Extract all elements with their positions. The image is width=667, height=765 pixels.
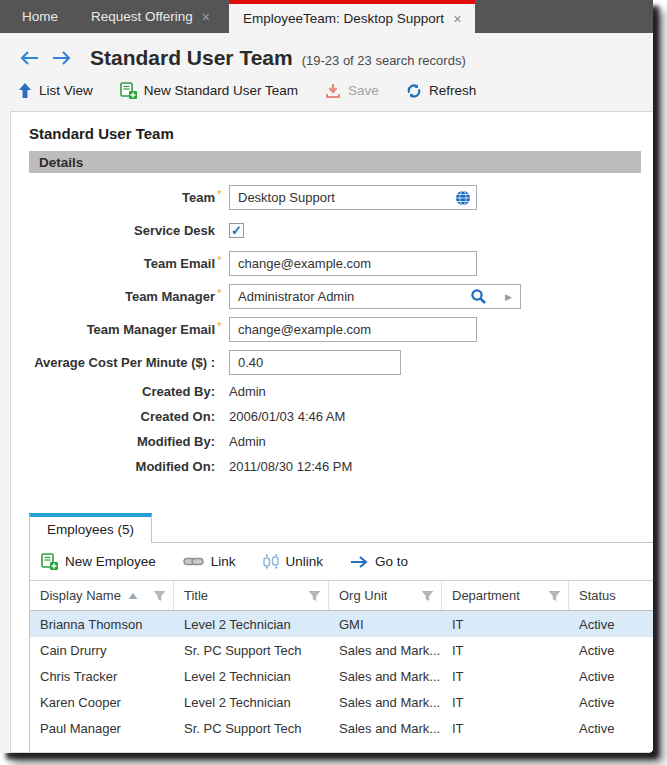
modified-on-row: Modified On: 2011/08/30 12:46 PM [11,454,653,479]
grid-header: Display Name Title [30,581,653,611]
forward-arrow-icon[interactable] [51,50,73,66]
tab-home[interactable]: Home [8,0,72,33]
team-input[interactable] [229,185,477,210]
avg-cost-input[interactable] [229,350,401,375]
goto-button[interactable]: Go to [350,554,408,569]
save-icon [325,83,341,99]
cell-status: Active [569,695,653,710]
save-label: Save [348,83,379,98]
new-record-icon [120,82,137,99]
service-desk-checkbox[interactable]: ✓ [229,223,244,238]
column-header-title[interactable]: Title [174,581,329,610]
filter-funnel-icon[interactable] [422,591,433,601]
close-icon[interactable]: × [453,12,461,26]
top-tab-bar: Home Request Offering × EmployeeTeam: De… [0,0,653,33]
required-marker: * [215,254,224,266]
table-row[interactable]: Karen Cooper Level 2 Technician Sales an… [30,689,653,715]
column-header-department[interactable]: Department [442,581,569,610]
cell-org-unit: Sales and Mark... [329,695,442,710]
employees-toolbar: New Employee Link [30,543,653,581]
refresh-label: Refresh [429,83,476,98]
service-desk-label: Service Desk [11,223,215,238]
team-email-field-row: Team Email * [11,250,653,277]
search-icon[interactable] [470,288,487,305]
close-icon[interactable]: × [202,10,210,24]
column-label: Display Name [40,588,121,603]
link-icon [183,556,204,567]
form-heading: Standard User Team [29,125,653,142]
team-email-label: Team Email [11,256,215,271]
tab-label: Home [22,9,58,24]
table-row[interactable]: Paul Manager Sr. PC Support Tech Sales a… [30,715,653,741]
modified-on-label: Modified On: [11,459,215,474]
team-manager-email-input[interactable] [229,317,477,342]
filter-funnel-icon[interactable] [309,591,320,601]
team-email-input[interactable] [229,251,477,276]
cell-display-name: Paul Manager [30,721,174,736]
filter-funnel-icon[interactable] [154,591,165,601]
list-view-label: List View [39,83,93,98]
cell-department: IT [442,721,569,736]
tab-employees[interactable]: Employees (5) [29,513,152,543]
table-row[interactable]: Brianna Thomson Level 2 Technician GMI I… [30,611,653,637]
cell-department: IT [442,669,569,684]
cell-title: Sr. PC Support Tech [174,721,329,736]
details-section-label: Details [39,155,83,170]
tab-employeeteam-desktop-support[interactable]: EmployeeTeam: Desktop Support × [229,0,475,33]
employees-grid: Display Name Title [30,581,653,752]
required-marker: * [215,188,224,200]
app-window: Home Request Offering × EmployeeTeam: De… [0,0,653,753]
column-header-display-name[interactable]: Display Name [30,581,174,610]
checkbox-check: ✓ [231,223,242,238]
unlink-icon [263,554,279,569]
list-view-button[interactable]: List View [18,83,93,98]
new-record-icon [41,553,58,570]
created-by-value: Admin [229,384,266,399]
cell-org-unit: Sales and Mark... [329,721,442,736]
modified-on-value: 2011/08/30 12:46 PM [229,459,352,474]
cell-title: Level 2 Technician [174,617,329,632]
column-header-org-unit[interactable]: Org Unit [329,581,442,610]
new-employee-button[interactable]: New Employee [41,553,156,570]
list-view-icon [18,83,32,98]
back-arrow-icon[interactable] [20,50,42,66]
team-manager-email-label: Team Manager Email [11,322,215,337]
cell-display-name: Chris Tracker [30,669,174,684]
globe-icon[interactable] [455,190,471,206]
created-on-value: 2006/01/03 4:46 AM [229,409,345,424]
team-manager-field-row: Team Manager * ▶ [11,283,653,310]
save-button[interactable]: Save [325,83,379,99]
grid-empty-area [30,741,653,752]
search-records-count: (19-23 of 23 search records) [302,48,466,68]
sort-asc-icon [128,592,138,600]
tab-label: Request Offering [91,9,193,24]
goto-label: Go to [375,554,408,569]
record-panel: Standard User Team Details Team * [10,111,653,753]
unlink-button[interactable]: Unlink [263,554,324,569]
table-row[interactable]: Cain Drurry Sr. PC Support Tech Sales an… [30,637,653,663]
avg-cost-label: Average Cost Per Minute ($) : [11,355,215,370]
dropdown-arrow-icon[interactable]: ▶ [505,292,512,302]
column-header-status[interactable]: Status [569,581,653,610]
tab-request-offering[interactable]: Request Offering × [77,0,224,33]
modified-by-label: Modified By: [11,434,215,449]
new-standard-user-team-button[interactable]: New Standard User Team [120,82,298,99]
employees-tab-label: Employees (5) [47,522,134,537]
created-by-label: Created By: [11,384,215,399]
cell-org-unit: GMI [329,617,442,632]
service-desk-field-row: Service Desk ✓ [11,217,653,244]
cell-title: Level 2 Technician [174,669,329,684]
required-marker: * [215,287,224,299]
cell-display-name: Karen Cooper [30,695,174,710]
employees-section: Employees (5) [29,513,653,752]
created-on-label: Created On: [11,409,215,424]
link-button[interactable]: Link [183,554,236,569]
filter-funnel-icon[interactable] [549,591,560,601]
column-label: Department [452,588,520,603]
refresh-button[interactable]: Refresh [406,83,476,99]
avg-cost-field-row: Average Cost Per Minute ($) : [11,349,653,376]
cell-org-unit: Sales and Mark... [329,643,442,658]
team-manager-label: Team Manager [11,289,215,304]
table-row[interactable]: Chris Tracker Level 2 Technician Sales a… [30,663,653,689]
cell-title: Level 2 Technician [174,695,329,710]
